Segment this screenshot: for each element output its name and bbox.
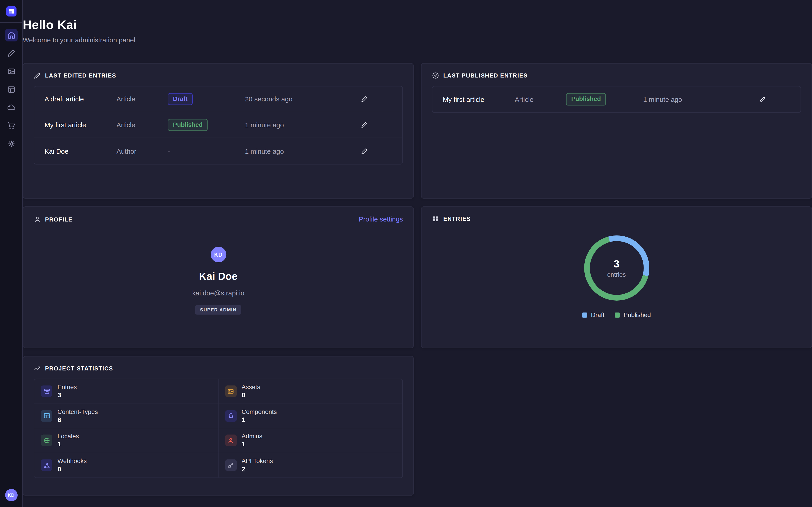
profile-name: Kai Doe [199, 271, 238, 283]
table-row[interactable]: My first article Article Published 1 min… [433, 86, 801, 112]
stat-api-tokens: API Tokens2 [218, 453, 402, 477]
webhook-icon [41, 459, 52, 471]
legend-item-draft: Draft [582, 312, 605, 319]
entry-status: Published [566, 93, 643, 105]
legend-label: Published [624, 312, 651, 319]
avatar: KD [210, 247, 226, 262]
trend-up-icon [34, 365, 41, 372]
card-entries: ENTRIES 3 entries Draft [421, 207, 812, 348]
layout-icon [7, 86, 15, 94]
status-badge-published: Published [566, 93, 606, 105]
key-icon [225, 459, 237, 471]
card-header: PROJECT STATISTICS [34, 365, 403, 372]
card-title: PROJECT STATISTICS [45, 365, 113, 372]
stat-label: Webhooks [57, 457, 87, 465]
edit-button[interactable] [755, 92, 769, 107]
table-row[interactable]: My first article Article Published 1 min… [34, 112, 402, 138]
user-icon [34, 215, 41, 223]
table-row[interactable]: Kai Doe Author - 1 minute ago [34, 138, 402, 164]
entry-status: Draft [168, 93, 245, 105]
dashboard-grid: LAST EDITED ENTRIES A draft article Arti… [23, 63, 812, 496]
table-row[interactable]: A draft article Article Draft 20 seconds… [34, 86, 402, 112]
stat-label: Locales [57, 433, 79, 440]
strapi-logo [0, 0, 22, 23]
image-icon [225, 386, 237, 397]
edit-button[interactable] [357, 118, 371, 132]
profile-body: KD Kai Doe kai.doe@strapi.io SUPER ADMIN [34, 247, 403, 315]
status-badge-draft: Draft [168, 93, 193, 105]
entry-name: Kai Doe [44, 147, 116, 155]
entry-name: My first article [443, 96, 515, 103]
sidebar-item-content-manager[interactable] [5, 47, 17, 59]
main-content: Hello Kai Welcome to your administration… [23, 0, 812, 507]
stat-webhooks: Webhooks0 [34, 453, 218, 477]
sidebar-item-deploy[interactable] [5, 101, 17, 114]
legend-label: Draft [591, 312, 605, 319]
user-avatar-menu[interactable]: KD [5, 489, 17, 501]
card-header: LAST PUBLISHED ENTRIES [432, 72, 801, 79]
stat-label: Entries [57, 384, 77, 391]
card-last-published-entries: LAST PUBLISHED ENTRIES My first article … [421, 63, 812, 199]
stat-value: 1 [242, 440, 262, 448]
profile-settings-link[interactable]: Profile settings [359, 215, 403, 223]
stat-locales: Locales1 [34, 428, 218, 453]
stat-value: 6 [57, 416, 98, 424]
pencil-icon [361, 148, 367, 154]
card-project-statistics: PROJECT STATISTICS Entries3 Assets0 Cont… [23, 356, 414, 496]
pencil-icon [34, 72, 41, 79]
sidebar-item-marketplace[interactable] [5, 119, 17, 132]
stat-value: 2 [242, 465, 273, 473]
entry-name: A draft article [44, 95, 116, 103]
entry-status: - [168, 147, 245, 156]
card-title: LAST EDITED ENTRIES [45, 72, 116, 79]
page-header: Hello Kai Welcome to your administration… [23, 17, 812, 44]
sidebar-item-content-type-builder[interactable] [5, 83, 17, 96]
pencil-icon [759, 96, 766, 103]
status-badge-published: Published [168, 119, 208, 131]
stat-label: Components [242, 408, 277, 415]
card-header: LAST EDITED ENTRIES [34, 72, 403, 79]
sidebar-nav [5, 23, 17, 489]
box-icon [41, 386, 52, 397]
stat-value: 1 [57, 440, 79, 448]
entry-type: Article [117, 95, 168, 103]
card-profile: PROFILE Profile settings KD Kai Doe kai.… [23, 207, 414, 348]
stat-value: 3 [57, 391, 77, 399]
stats-grid: Entries3 Assets0 Content-Types6 Componen… [34, 379, 403, 478]
sidebar-item-home[interactable] [5, 29, 17, 42]
check-circle-icon [432, 72, 439, 79]
card-last-edited-entries: LAST EDITED ENTRIES A draft article Arti… [23, 63, 414, 199]
legend-swatch-published [615, 313, 620, 318]
strapi-logo-icon [6, 6, 16, 16]
page-subtitle: Welcome to your administration panel [23, 36, 812, 44]
donut-value: 3 [614, 258, 620, 270]
stat-label: Content-Types [57, 408, 98, 415]
last-edited-table: A draft article Article Draft 20 seconds… [34, 86, 403, 165]
stat-content-types: Content-Types6 [34, 404, 218, 428]
stat-value: 0 [57, 465, 87, 473]
edit-button[interactable] [357, 92, 371, 106]
globe-icon [41, 435, 52, 446]
entry-type: Article [117, 121, 168, 129]
gear-icon [7, 140, 15, 148]
stat-label: API Tokens [242, 457, 273, 465]
layout-icon [41, 410, 52, 421]
pen-icon [7, 49, 15, 57]
legend-swatch-draft [582, 313, 587, 318]
image-icon [7, 67, 15, 75]
strapi-admin-dashboard: KD Hello Kai Welcome to your administrat… [0, 0, 812, 507]
stat-label: Assets [242, 384, 260, 391]
card-title: LAST PUBLISHED ENTRIES [443, 72, 527, 79]
donut-label: entries [607, 271, 626, 278]
entry-time: 1 minute ago [643, 96, 755, 103]
card-header: PROFILE Profile settings [34, 215, 403, 223]
profile-email: kai.doe@strapi.io [192, 289, 244, 297]
sidebar-item-media-library[interactable] [5, 65, 17, 77]
sidebar-item-settings[interactable] [5, 138, 17, 150]
puzzle-icon [225, 410, 237, 421]
cloud-icon [7, 103, 15, 112]
user-icon [225, 435, 237, 446]
edit-button[interactable] [357, 144, 371, 158]
card-header-left: PROFILE [34, 215, 72, 223]
entry-status: Published [168, 119, 245, 131]
